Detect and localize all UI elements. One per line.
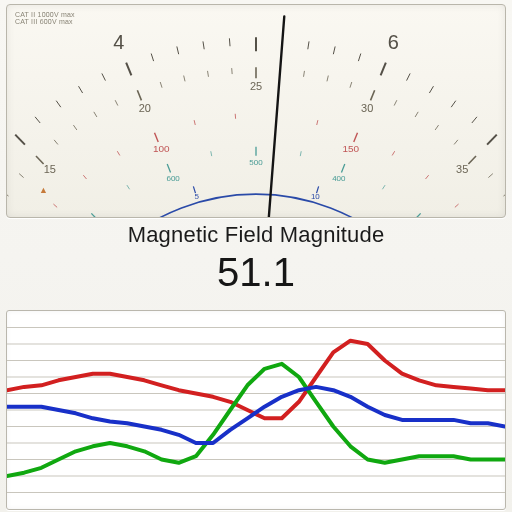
svg-line-127 — [83, 175, 86, 179]
svg-line-76 — [115, 100, 118, 105]
svg-line-32 — [429, 86, 433, 93]
svg-text:20: 20 — [139, 102, 151, 114]
line-chart — [7, 311, 505, 509]
svg-line-21 — [151, 54, 153, 62]
svg-line-129 — [155, 133, 159, 142]
svg-line-22 — [177, 46, 179, 54]
svg-line-126 — [53, 204, 57, 207]
warning-icon: ▲ — [39, 185, 48, 195]
svg-line-162 — [300, 151, 301, 156]
svg-line-23 — [203, 41, 204, 49]
svg-text:5: 5 — [194, 192, 199, 201]
meter-corner-label: CAT II 1000V max CAT III 600V max — [15, 11, 75, 26]
analog-meter-face: 0246810051015202530354045500501001502002… — [7, 5, 505, 217]
svg-line-75 — [94, 112, 97, 117]
svg-line-34 — [472, 117, 477, 123]
svg-line-29 — [358, 54, 360, 62]
svg-text:100: 100 — [153, 143, 170, 154]
svg-line-163 — [341, 164, 344, 172]
svg-line-92 — [468, 156, 476, 164]
svg-text:400: 400 — [332, 174, 346, 183]
svg-text:35: 35 — [456, 163, 468, 175]
svg-line-94 — [504, 192, 505, 196]
meter-corner-label-line1: CAT II 1000V max — [15, 11, 75, 18]
svg-line-74 — [73, 125, 76, 130]
svg-text:150: 150 — [342, 143, 359, 154]
reading-value: 51.1 — [0, 250, 512, 295]
analog-meter-panel: CAT II 1000V max CAT III 600V max ▲ 0246… — [6, 4, 506, 218]
svg-line-157 — [91, 213, 97, 217]
svg-line-136 — [426, 175, 429, 179]
svg-line-70 — [7, 192, 8, 196]
svg-line-130 — [194, 120, 195, 125]
chart-panel — [6, 310, 506, 510]
svg-line-30 — [381, 63, 386, 76]
svg-line-28 — [333, 46, 335, 54]
svg-line-134 — [354, 133, 358, 142]
svg-line-73 — [54, 140, 58, 145]
svg-line-84 — [304, 71, 305, 77]
svg-line-87 — [371, 90, 375, 100]
svg-line-128 — [117, 151, 120, 155]
svg-line-89 — [415, 112, 418, 117]
svg-text:500: 500 — [249, 158, 263, 167]
svg-line-77 — [137, 90, 141, 100]
svg-line-31 — [407, 73, 411, 80]
svg-line-17 — [56, 101, 61, 108]
svg-line-27 — [308, 41, 309, 49]
svg-text:30: 30 — [361, 102, 373, 114]
svg-text:25: 25 — [250, 80, 262, 92]
svg-line-195 — [256, 16, 284, 217]
svg-line-24 — [229, 38, 230, 46]
svg-text:10: 10 — [311, 192, 320, 201]
svg-line-16 — [35, 117, 40, 123]
svg-line-71 — [19, 174, 23, 178]
svg-line-88 — [394, 100, 397, 105]
svg-line-159 — [167, 164, 170, 172]
svg-line-86 — [350, 82, 352, 88]
svg-line-19 — [102, 73, 106, 80]
svg-line-15 — [15, 135, 25, 145]
svg-line-72 — [36, 156, 44, 164]
svg-line-133 — [317, 120, 318, 125]
svg-text:15: 15 — [44, 163, 56, 175]
svg-line-79 — [184, 76, 185, 82]
svg-line-78 — [160, 82, 162, 88]
reading-name: Magnetic Field Magnitude — [0, 222, 512, 248]
svg-line-80 — [208, 71, 209, 77]
svg-text:4: 4 — [113, 31, 124, 53]
reading-block: Magnetic Field Magnitude 51.1 — [0, 222, 512, 295]
svg-line-158 — [127, 185, 130, 189]
svg-line-160 — [211, 151, 212, 156]
svg-line-18 — [79, 86, 83, 93]
svg-line-85 — [327, 76, 328, 82]
svg-text:600: 600 — [167, 174, 181, 183]
svg-line-33 — [451, 101, 456, 108]
svg-line-137 — [455, 204, 459, 207]
svg-line-165 — [414, 213, 420, 217]
svg-line-91 — [454, 140, 458, 145]
svg-line-35 — [487, 135, 497, 145]
meter-corner-label-line2: CAT III 600V max — [15, 18, 75, 25]
svg-line-90 — [435, 125, 438, 130]
svg-text:6: 6 — [388, 31, 399, 53]
svg-line-20 — [126, 63, 131, 76]
svg-line-93 — [488, 174, 492, 178]
svg-line-135 — [392, 151, 395, 155]
svg-line-164 — [382, 185, 385, 189]
